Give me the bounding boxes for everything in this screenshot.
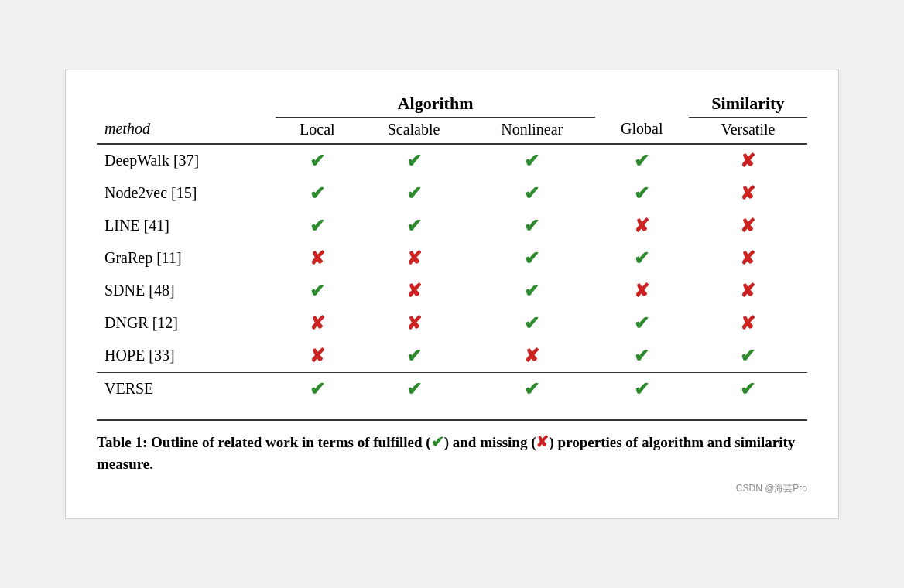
versatile-subheader: Versatile (689, 117, 807, 144)
check-icon: ✔ (634, 248, 649, 268)
verse-nonlinear-cell: ✔ (469, 372, 595, 405)
check-icon: ✔ (310, 379, 325, 399)
scalable-cell: ✘ (358, 275, 469, 307)
nonlinear-cell: ✔ (469, 177, 595, 210)
method-cell: GraRep [11] (97, 242, 276, 275)
check-icon: ✔ (524, 216, 539, 236)
check-icon: ✔ (634, 151, 649, 171)
local-cell: ✔ (276, 144, 358, 177)
check-icon: ✔ (406, 346, 422, 366)
local-cell: ✘ (276, 242, 358, 275)
cross-icon: ✘ (634, 216, 649, 236)
versatile-cell: ✘ (689, 177, 807, 210)
check-icon: ✔ (406, 183, 422, 203)
verse-versatile-cell: ✔ (689, 372, 807, 405)
scalable-cell: ✔ (358, 177, 469, 210)
verse-local-cell: ✔ (276, 372, 358, 405)
group-header-row: Algorithm Similarity (97, 94, 807, 118)
caption-text-before: Table 1: Outline of related work in term… (97, 434, 431, 450)
scalable-cell: ✔ (358, 210, 469, 242)
nonlinear-cell: ✔ (469, 242, 595, 275)
scalable-cell: ✘ (358, 242, 469, 275)
check-icon: ✔ (634, 379, 649, 399)
scalable-cell: ✔ (358, 340, 469, 373)
table-row: HOPE [33] ✘ ✔ ✘ ✔ ✔ (97, 340, 807, 373)
check-icon: ✔ (524, 248, 539, 268)
check-icon: ✔ (740, 379, 755, 399)
caption-text-middle: ) and missing ( (444, 434, 536, 450)
cross-icon: ✘ (740, 281, 755, 301)
table-card: Algorithm Similarity method Local Scalab… (65, 70, 839, 519)
cross-icon: ✘ (310, 313, 325, 333)
table-row: Node2vec [15] ✔ ✔ ✔ ✔ ✘ (97, 177, 807, 210)
check-icon: ✔ (524, 313, 539, 333)
table-row: SDNE [48] ✔ ✘ ✔ ✘ ✘ (97, 275, 807, 307)
check-icon: ✔ (310, 216, 325, 236)
algorithm-group-header: Algorithm (276, 94, 594, 118)
method-cell: SDNE [48] (97, 275, 276, 307)
cross-icon: ✘ (406, 313, 422, 333)
check-icon: ✔ (740, 346, 755, 366)
nonlinear-cell: ✔ (469, 275, 595, 307)
method-subheader: method (97, 117, 276, 144)
versatile-cell: ✘ (689, 242, 807, 275)
nonlinear-cell: ✘ (469, 340, 595, 373)
scalable-cell: ✘ (358, 307, 469, 340)
subheader-row: method Local Scalable Nonlinear Global V… (97, 117, 807, 144)
check-icon: ✔ (524, 281, 539, 301)
nonlinear-cell: ✔ (469, 144, 595, 177)
global-cell: ✔ (595, 307, 689, 340)
check-icon: ✔ (634, 346, 649, 366)
nonlinear-subheader: Nonlinear (469, 117, 595, 144)
check-icon: ✔ (634, 183, 649, 203)
caption-cross-icon: ✘ (536, 433, 549, 450)
global-cell: ✘ (595, 210, 689, 242)
local-cell: ✘ (276, 340, 358, 373)
global-cell: ✔ (595, 144, 689, 177)
verse-row: VERSE ✔ ✔ ✔ ✔ ✔ (97, 372, 807, 405)
global-cell: ✔ (595, 177, 689, 210)
table-caption: Table 1: Outline of related work in term… (97, 419, 807, 476)
scalable-subheader: Scalable (358, 117, 469, 144)
cross-icon: ✘ (740, 248, 755, 268)
verse-global-cell: ✔ (595, 372, 689, 405)
cross-icon: ✘ (740, 151, 755, 171)
check-icon: ✔ (310, 281, 325, 301)
check-icon: ✔ (524, 379, 539, 399)
versatile-cell: ✘ (689, 275, 807, 307)
check-icon: ✔ (310, 183, 325, 203)
spacer-header (595, 94, 689, 118)
cross-icon: ✘ (406, 281, 422, 301)
scalable-cell: ✔ (358, 144, 469, 177)
cross-icon: ✘ (740, 313, 755, 333)
cross-icon: ✘ (310, 248, 325, 268)
local-cell: ✔ (276, 210, 358, 242)
cross-icon: ✘ (524, 346, 539, 366)
check-icon: ✔ (406, 151, 422, 171)
check-icon: ✔ (406, 216, 422, 236)
watermark: CSDN @海芸Pro (97, 482, 807, 495)
table-row: DeepWalk [37] ✔ ✔ ✔ ✔ ✘ (97, 144, 807, 177)
cross-icon: ✘ (740, 183, 755, 203)
local-subheader: Local (276, 117, 358, 144)
method-cell: DNGR [12] (97, 307, 276, 340)
empty-header (97, 94, 276, 118)
method-cell: LINE [41] (97, 210, 276, 242)
check-icon: ✔ (524, 183, 539, 203)
verse-scalable-cell: ✔ (358, 372, 469, 405)
cross-icon: ✘ (310, 346, 325, 366)
check-icon: ✔ (634, 313, 649, 333)
verse-method-cell: VERSE (97, 372, 276, 405)
versatile-cell: ✘ (689, 144, 807, 177)
cross-icon: ✘ (634, 281, 649, 301)
nonlinear-cell: ✔ (469, 307, 595, 340)
global-subheader: Global (595, 117, 689, 144)
table-row: DNGR [12] ✘ ✘ ✔ ✔ ✘ (97, 307, 807, 340)
versatile-cell: ✘ (689, 210, 807, 242)
check-icon: ✔ (406, 379, 422, 399)
versatile-cell: ✔ (689, 340, 807, 373)
method-cell: Node2vec [15] (97, 177, 276, 210)
global-cell: ✔ (595, 242, 689, 275)
local-cell: ✔ (276, 275, 358, 307)
local-cell: ✘ (276, 307, 358, 340)
